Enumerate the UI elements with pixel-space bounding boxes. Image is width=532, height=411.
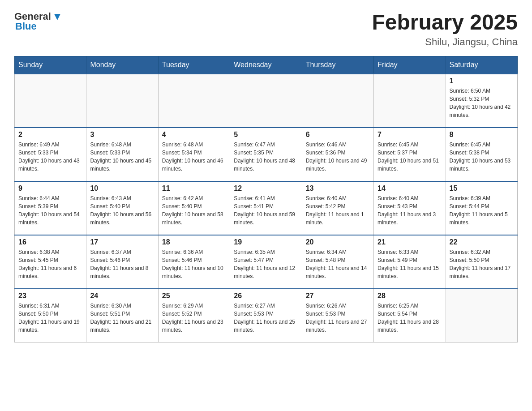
calendar-cell <box>374 74 446 128</box>
day-number: 26 <box>234 292 298 300</box>
calendar-cell <box>86 74 158 128</box>
calendar-cell: 20Sunrise: 6:34 AM Sunset: 5:48 PM Dayli… <box>302 235 373 289</box>
day-number: 13 <box>306 184 370 193</box>
calendar-cell: 7Sunrise: 6:45 AM Sunset: 5:37 PM Daylig… <box>374 128 446 181</box>
day-info: Sunrise: 6:40 AM Sunset: 5:42 PM Dayligh… <box>306 194 370 227</box>
week-row-1: 1Sunrise: 6:50 AM Sunset: 5:32 PM Daylig… <box>15 74 518 128</box>
calendar-cell: 18Sunrise: 6:36 AM Sunset: 5:46 PM Dayli… <box>158 235 230 289</box>
calendar-cell: 24Sunrise: 6:30 AM Sunset: 5:51 PM Dayli… <box>86 289 158 342</box>
week-row-3: 9Sunrise: 6:44 AM Sunset: 5:39 PM Daylig… <box>15 181 518 235</box>
logo: General Blue <box>14 11 62 32</box>
day-number: 6 <box>306 131 370 139</box>
day-number: 20 <box>306 238 370 246</box>
day-number: 14 <box>378 184 442 193</box>
calendar-cell: 10Sunrise: 6:43 AM Sunset: 5:40 PM Dayli… <box>86 181 158 235</box>
day-info: Sunrise: 6:26 AM Sunset: 5:53 PM Dayligh… <box>306 302 370 334</box>
day-info: Sunrise: 6:39 AM Sunset: 5:44 PM Dayligh… <box>450 194 514 227</box>
day-info: Sunrise: 6:50 AM Sunset: 5:32 PM Dayligh… <box>450 87 514 119</box>
day-number: 25 <box>162 292 226 300</box>
calendar-cell: 15Sunrise: 6:39 AM Sunset: 5:44 PM Dayli… <box>446 181 517 235</box>
week-row-5: 23Sunrise: 6:31 AM Sunset: 5:50 PM Dayli… <box>15 289 518 342</box>
day-info: Sunrise: 6:45 AM Sunset: 5:37 PM Dayligh… <box>378 141 442 173</box>
calendar-cell: 3Sunrise: 6:48 AM Sunset: 5:33 PM Daylig… <box>86 128 158 181</box>
day-number: 23 <box>18 292 82 300</box>
calendar-cell <box>446 289 517 342</box>
day-info: Sunrise: 6:30 AM Sunset: 5:51 PM Dayligh… <box>90 302 154 334</box>
page-header: General Blue February 2025 Shilu, Jiangs… <box>14 11 518 48</box>
calendar-cell: 12Sunrise: 6:41 AM Sunset: 5:41 PM Dayli… <box>230 181 302 235</box>
day-number: 9 <box>18 184 82 193</box>
calendar-cell: 14Sunrise: 6:40 AM Sunset: 5:43 PM Dayli… <box>374 181 446 235</box>
day-info: Sunrise: 6:31 AM Sunset: 5:50 PM Dayligh… <box>18 302 82 334</box>
calendar-cell <box>230 74 302 128</box>
day-number: 3 <box>90 131 154 139</box>
calendar-cell: 22Sunrise: 6:32 AM Sunset: 5:50 PM Dayli… <box>446 235 517 289</box>
calendar-cell: 27Sunrise: 6:26 AM Sunset: 5:53 PM Dayli… <box>302 289 373 342</box>
calendar-cell: 9Sunrise: 6:44 AM Sunset: 5:39 PM Daylig… <box>15 181 86 235</box>
month-title: February 2025 <box>372 11 518 34</box>
day-number: 21 <box>378 238 442 246</box>
calendar-cell: 28Sunrise: 6:25 AM Sunset: 5:54 PM Dayli… <box>374 289 446 342</box>
col-friday: Friday <box>374 56 446 74</box>
week-row-2: 2Sunrise: 6:49 AM Sunset: 5:33 PM Daylig… <box>15 128 518 181</box>
day-info: Sunrise: 6:48 AM Sunset: 5:33 PM Dayligh… <box>90 141 154 173</box>
day-number: 10 <box>90 184 154 193</box>
calendar-cell: 1Sunrise: 6:50 AM Sunset: 5:32 PM Daylig… <box>446 74 517 128</box>
calendar-cell: 8Sunrise: 6:45 AM Sunset: 5:38 PM Daylig… <box>446 128 517 181</box>
calendar-cell: 23Sunrise: 6:31 AM Sunset: 5:50 PM Dayli… <box>15 289 86 342</box>
day-number: 27 <box>306 292 370 300</box>
calendar-cell: 11Sunrise: 6:42 AM Sunset: 5:40 PM Dayli… <box>158 181 230 235</box>
day-number: 12 <box>234 184 298 193</box>
calendar-cell <box>302 74 373 128</box>
day-info: Sunrise: 6:32 AM Sunset: 5:50 PM Dayligh… <box>450 248 514 280</box>
day-info: Sunrise: 6:43 AM Sunset: 5:40 PM Dayligh… <box>90 194 154 227</box>
day-info: Sunrise: 6:35 AM Sunset: 5:47 PM Dayligh… <box>234 248 298 280</box>
day-number: 7 <box>378 131 442 139</box>
calendar-cell: 4Sunrise: 6:48 AM Sunset: 5:34 PM Daylig… <box>158 128 230 181</box>
day-info: Sunrise: 6:46 AM Sunset: 5:36 PM Dayligh… <box>306 141 370 173</box>
calendar-cell: 21Sunrise: 6:33 AM Sunset: 5:49 PM Dayli… <box>374 235 446 289</box>
day-info: Sunrise: 6:44 AM Sunset: 5:39 PM Dayligh… <box>18 194 82 227</box>
col-tuesday: Tuesday <box>158 56 230 74</box>
day-info: Sunrise: 6:47 AM Sunset: 5:35 PM Dayligh… <box>234 141 298 173</box>
day-number: 16 <box>18 238 82 246</box>
day-number: 1 <box>450 77 514 85</box>
location-title: Shilu, Jiangsu, China <box>372 36 518 48</box>
day-number: 8 <box>450 131 514 139</box>
day-info: Sunrise: 6:34 AM Sunset: 5:48 PM Dayligh… <box>306 248 370 280</box>
calendar-cell: 2Sunrise: 6:49 AM Sunset: 5:33 PM Daylig… <box>15 128 86 181</box>
day-info: Sunrise: 6:37 AM Sunset: 5:46 PM Dayligh… <box>90 248 154 280</box>
col-thursday: Thursday <box>302 56 373 74</box>
col-wednesday: Wednesday <box>230 56 302 74</box>
calendar-cell: 13Sunrise: 6:40 AM Sunset: 5:42 PM Dayli… <box>302 181 373 235</box>
day-info: Sunrise: 6:49 AM Sunset: 5:33 PM Dayligh… <box>18 141 82 173</box>
day-info: Sunrise: 6:41 AM Sunset: 5:41 PM Dayligh… <box>234 194 298 227</box>
day-info: Sunrise: 6:27 AM Sunset: 5:53 PM Dayligh… <box>234 302 298 334</box>
logo-triangle-icon <box>52 12 62 22</box>
day-number: 11 <box>162 184 226 193</box>
day-info: Sunrise: 6:36 AM Sunset: 5:46 PM Dayligh… <box>162 248 226 280</box>
day-info: Sunrise: 6:48 AM Sunset: 5:34 PM Dayligh… <box>162 141 226 173</box>
calendar-cell: 26Sunrise: 6:27 AM Sunset: 5:53 PM Dayli… <box>230 289 302 342</box>
calendar-cell: 19Sunrise: 6:35 AM Sunset: 5:47 PM Dayli… <box>230 235 302 289</box>
calendar-cell: 25Sunrise: 6:29 AM Sunset: 5:52 PM Dayli… <box>158 289 230 342</box>
day-number: 22 <box>450 238 514 246</box>
day-info: Sunrise: 6:45 AM Sunset: 5:38 PM Dayligh… <box>450 141 514 173</box>
calendar-table: Sunday Monday Tuesday Wednesday Thursday… <box>14 56 518 343</box>
day-number: 4 <box>162 131 226 139</box>
week-row-4: 16Sunrise: 6:38 AM Sunset: 5:45 PM Dayli… <box>15 235 518 289</box>
calendar-cell <box>15 74 86 128</box>
col-sunday: Sunday <box>15 56 86 74</box>
calendar-cell: 17Sunrise: 6:37 AM Sunset: 5:46 PM Dayli… <box>86 235 158 289</box>
title-block: February 2025 Shilu, Jiangsu, China <box>372 11 518 48</box>
col-monday: Monday <box>86 56 158 74</box>
day-info: Sunrise: 6:40 AM Sunset: 5:43 PM Dayligh… <box>378 194 442 227</box>
day-info: Sunrise: 6:25 AM Sunset: 5:54 PM Dayligh… <box>378 302 442 334</box>
svg-marker-0 <box>54 14 60 20</box>
day-number: 28 <box>378 292 442 300</box>
day-info: Sunrise: 6:33 AM Sunset: 5:49 PM Dayligh… <box>378 248 442 280</box>
col-saturday: Saturday <box>446 56 517 74</box>
calendar-cell <box>158 74 230 128</box>
calendar-header-row: Sunday Monday Tuesday Wednesday Thursday… <box>15 56 518 74</box>
day-number: 5 <box>234 131 298 139</box>
